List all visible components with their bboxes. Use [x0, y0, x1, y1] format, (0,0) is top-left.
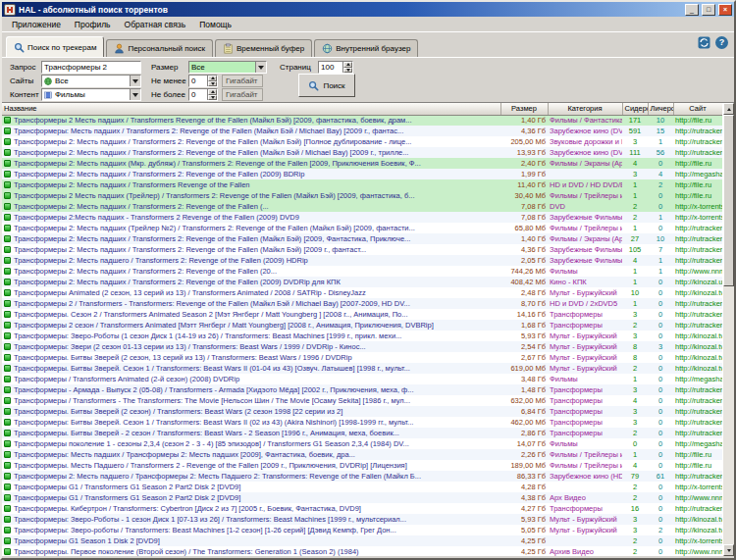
result-row[interactable]: Трансформеры. Битвы Зверей. Сезон 1 / Tr…: [2, 363, 722, 374]
result-name-cell[interactable]: Трансформеры: Зверо-роботы / Transformer…: [2, 525, 500, 535]
tab-temp-buffer[interactable]: Временный буфер: [215, 39, 312, 57]
result-name-cell[interactable]: Трансформеры 2: Месть падших / Transform…: [2, 266, 500, 277]
min-size-stepper[interactable]: [188, 75, 218, 87]
max-size-input[interactable]: [189, 89, 207, 100]
result-site-cell[interactable]: http://rutracker.org: [673, 417, 722, 428]
tab-personal-search[interactable]: Персональный поиск: [106, 39, 213, 57]
sites-select[interactable]: Все: [41, 75, 141, 87]
result-row[interactable]: Трансформеры 2:Месть падших - Transforme…: [2, 212, 722, 223]
result-name-cell[interactable]: Трансформеры: Месть падших / Transformer…: [2, 126, 500, 136]
result-name-cell[interactable]: Трансформеры 2 сезон / Transformers Anim…: [2, 320, 500, 331]
result-site-cell[interactable]: http://x-torrents.ru: [673, 201, 722, 212]
result-row[interactable]: Трансформеры. Сезон 2 / Transformers Ani…: [2, 309, 722, 320]
result-site-cell[interactable]: http://rutracker.org: [673, 428, 722, 438]
result-name-cell[interactable]: Трансформеры: Звери (2 сезон 01-13 серии…: [2, 341, 500, 352]
result-name-cell[interactable]: Трансформеры G1 / Transformers G1 Season…: [2, 482, 500, 492]
minimize-button[interactable]: _: [685, 4, 699, 16]
result-row[interactable]: Трансформеры 2: Месть падших / Transform…: [2, 277, 722, 287]
maximize-button[interactable]: □: [702, 4, 715, 16]
result-row[interactable]: Трансформеры 2: Месть падшего / Трансфор…: [2, 471, 722, 482]
result-row[interactable]: Трансформеры поколение 1 - сезоны 2,3,4 …: [2, 438, 722, 449]
spin-down-icon[interactable]: [343, 68, 352, 74]
result-row[interactable]: Трансформеры / Transformers - The Transf…: [2, 395, 722, 406]
result-name-cell[interactable]: Трансформеры / Transformers - The Transf…: [2, 395, 500, 406]
result-site-cell[interactable]: http://kinozal.us: [673, 277, 722, 287]
result-row[interactable]: Трансформеры G1 Season 1 Disk 2 [DVD9] 4…: [2, 535, 722, 546]
result-site-cell[interactable]: http://rutracker.org: [673, 320, 722, 331]
column-header-size[interactable]: Размер: [500, 103, 548, 115]
column-header-category[interactable]: Категория: [548, 103, 622, 115]
result-name-cell[interactable]: Трансформеры: Месть падших / Трансформер…: [2, 449, 500, 460]
result-name-cell[interactable]: Трансформеры. Битвы Зверей. Сезон 1 / Tr…: [2, 363, 500, 374]
result-site-cell[interactable]: http://rutracker.org: [673, 298, 722, 309]
result-name-cell[interactable]: Трансформеры 2: Месть падших / Transform…: [2, 179, 500, 190]
result-name-cell[interactable]: Трансформеры. Битвы Зверей (2 сезон, 13 …: [2, 352, 500, 363]
result-name-cell[interactable]: Трансформеры 2:Месть падших - Transforme…: [2, 212, 500, 223]
result-name-cell[interactable]: Трансформеры 2: Месть падших / Transform…: [2, 169, 500, 179]
result-site-cell[interactable]: http://rutracker.org: [673, 503, 722, 514]
chevron-down-icon[interactable]: [255, 62, 266, 73]
result-site-cell[interactable]: http://kinozal.tv: [673, 363, 722, 374]
result-name-cell[interactable]: Трансформеры 2 / Transformers - Transfor…: [2, 298, 500, 309]
result-site-cell[interactable]: http://rutracker.org: [673, 126, 722, 136]
result-site-cell[interactable]: http://kinozal.tv: [673, 352, 722, 363]
result-row[interactable]: Трансформеры 2: Месть падших / Transform…: [2, 169, 722, 179]
result-site-cell[interactable]: http://rutracker.org: [673, 223, 722, 233]
column-header-leechers[interactable]: Личеров: [648, 103, 673, 115]
menu-feedback[interactable]: Обратная связь: [118, 18, 193, 31]
result-site-cell[interactable]: http://megashara...: [673, 169, 722, 179]
result-name-cell[interactable]: Трансформеры / Transformers Animated (2-…: [2, 374, 500, 384]
result-row[interactable]: Трансформеры 2: Месть падших / Transform…: [2, 233, 722, 244]
result-row[interactable]: Трансформеры. Кибертрон / Transformers: …: [2, 503, 722, 514]
column-header-site[interactable]: Сайт: [673, 103, 722, 115]
content-select[interactable]: Фильмы: [41, 88, 141, 101]
result-row[interactable]: Трансформеры 2 сезон / Transformers Anim…: [2, 320, 722, 331]
result-name-cell[interactable]: Трансформеры. Первое поколение (Второй с…: [2, 546, 500, 556]
result-name-cell[interactable]: Трансформеры 2: Месть падших / Transform…: [2, 147, 500, 158]
sync-icon[interactable]: [698, 36, 710, 49]
menu-application[interactable]: Приложение: [5, 18, 68, 31]
tab-internal-browser[interactable]: Внутренний браузер: [314, 39, 418, 57]
result-row[interactable]: Трансформеры Animated (2 сезон, 13 серий…: [2, 287, 722, 298]
result-site-cell[interactable]: http://x-torrents.ru: [673, 212, 722, 223]
result-name-cell[interactable]: Трансформеры. Битвы Зверей - 2 сезон / T…: [2, 428, 500, 438]
result-site-cell[interactable]: http://rutracker.org: [673, 406, 722, 417]
max-size-stepper[interactable]: [188, 88, 218, 101]
result-row[interactable]: Трансформеры 2: Месть падших / Transform…: [2, 179, 722, 190]
result-name-cell[interactable]: Трансформеры: Зверо-Роботы - 1 сезон Дис…: [2, 514, 500, 525]
menu-help[interactable]: Помощь: [192, 18, 238, 31]
result-name-cell[interactable]: Трансформеры 2: Месть падшего / Transfor…: [2, 255, 500, 266]
result-name-cell[interactable]: Трансформеры 2: Месть падших / Transform…: [2, 233, 500, 244]
result-site-cell[interactable]: http://kinozal.tv: [673, 331, 722, 341]
result-row[interactable]: Трансформеры 2 Месть падших (Трейлер) / …: [2, 190, 722, 201]
result-site-cell[interactable]: http://rutracker.org: [673, 384, 722, 395]
close-button[interactable]: ×: [718, 4, 732, 16]
result-row[interactable]: Трансформеры: Месть падших / Transformer…: [2, 126, 722, 136]
search-button[interactable]: Поиск: [298, 74, 355, 97]
result-name-cell[interactable]: Трансформеры 2: Месть падших / Transform…: [2, 201, 500, 212]
result-site-cell[interactable]: http://www.nnm-...: [673, 266, 722, 277]
scrollbar-track[interactable]: [723, 115, 734, 544]
result-name-cell[interactable]: Трансформеры - Армада - Выпуск 2 (05-08)…: [2, 384, 500, 395]
result-site-cell[interactable]: http://www.nnm-...: [673, 492, 722, 503]
tab-tracker-search[interactable]: Поиск по трекерам: [6, 36, 104, 57]
result-site-cell[interactable]: http://x-torrents.ru: [673, 482, 722, 492]
pages-input[interactable]: [319, 62, 342, 73]
result-row[interactable]: Трансформеры. Месть Падшего / Transforme…: [2, 460, 722, 471]
result-row[interactable]: Трансформеры 2: Месть падших / Transform…: [2, 147, 722, 158]
result-row[interactable]: Трансформеры 2: Месть падшего / Transfor…: [2, 255, 722, 266]
result-row[interactable]: Трансформеры. Битвы Зверей (2 сезон, 13 …: [2, 352, 722, 363]
result-site-cell[interactable]: http://rutracker.org: [673, 233, 722, 244]
result-site-cell[interactable]: http://megashara...: [673, 438, 722, 449]
result-site-cell[interactable]: http://rutracker.org: [673, 147, 722, 158]
result-site-cell[interactable]: http://file.ru: [673, 190, 722, 201]
min-size-input[interactable]: [189, 76, 207, 86]
result-name-cell[interactable]: Трансформеры G1 Season 1 Disk 2 [DVD9]: [2, 535, 500, 546]
result-name-cell[interactable]: Трансформеры 2: Месть падших / Transform…: [2, 136, 500, 147]
help-icon[interactable]: ?: [715, 36, 728, 49]
result-site-cell[interactable]: http://kinozal.tv: [673, 287, 722, 298]
result-site-cell[interactable]: http://rutracker.org: [673, 471, 722, 482]
result-row[interactable]: Трансформеры: Звери (2 сезон 01-13 серии…: [2, 341, 722, 352]
result-name-cell[interactable]: Трансформеры G1 / Transformers G1 Season…: [2, 492, 500, 503]
result-site-cell[interactable]: http://file.ru: [673, 449, 722, 460]
